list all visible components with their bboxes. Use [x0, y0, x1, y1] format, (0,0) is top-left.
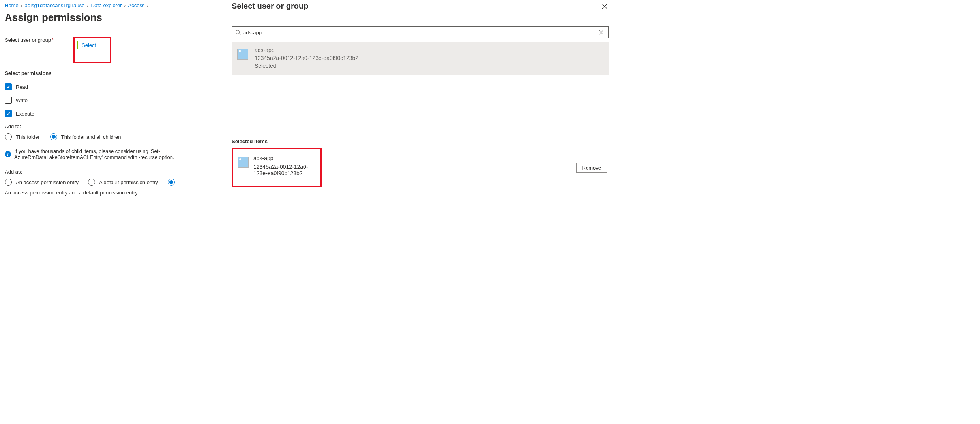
add-as-both-radio[interactable] — [168, 179, 175, 186]
select-user-link[interactable]: Select — [82, 42, 96, 48]
svg-point-2 — [236, 30, 240, 34]
add-to-this-folder-radio[interactable] — [5, 133, 12, 140]
add-as-label: Add as: — [5, 169, 222, 175]
add-to-children-radio[interactable] — [50, 133, 57, 140]
write-checkbox[interactable] — [5, 97, 12, 104]
select-user-panel: Select user or group ads-app 12345a2a-00… — [227, 0, 613, 265]
execute-checkbox[interactable] — [5, 110, 12, 117]
more-actions-button[interactable]: ··· — [108, 14, 113, 20]
selected-name: ads-app — [253, 155, 315, 161]
breadcrumb-home[interactable]: Home — [5, 2, 19, 8]
app-icon — [237, 49, 248, 60]
result-guid: 12345a2a-0012-12a0-123e-ea0f90c123b2 — [255, 55, 358, 61]
breadcrumb-dataexplorer[interactable]: Data explorer — [91, 2, 122, 8]
search-icon — [235, 30, 241, 35]
search-input[interactable] — [243, 30, 600, 35]
add-as-access-radio[interactable] — [5, 179, 12, 186]
result-name: ads-app — [255, 47, 358, 53]
result-status: Selected — [255, 63, 358, 69]
close-icon[interactable] — [601, 2, 609, 10]
selected-guid: 12345a2a-0012-12a0-123e-ea0f90c123b2 — [253, 164, 315, 176]
search-row — [232, 26, 609, 38]
add-to-this-folder-label: This folder — [16, 134, 40, 140]
permissions-header: Select permissions — [5, 70, 222, 76]
read-checkbox[interactable] — [5, 83, 12, 90]
select-user-label: Select user or group* — [5, 37, 73, 43]
app-icon — [238, 157, 249, 168]
add-to-label: Add to: — [5, 123, 222, 129]
select-user-highlight: Select — [73, 37, 111, 63]
info-text: If you have thousands of child items, pl… — [14, 148, 222, 160]
read-label: Read — [16, 84, 28, 90]
breadcrumb-resource[interactable]: adlsg1datascans1rg1ause — [25, 2, 85, 8]
add-as-default-label: A default permission entry — [99, 179, 158, 185]
breadcrumb-access[interactable]: Access — [128, 2, 145, 8]
svg-line-3 — [239, 34, 241, 35]
selected-items-header: Selected items — [232, 138, 609, 144]
add-to-radio-group: This folder This folder and all children — [5, 133, 222, 140]
execute-label: Execute — [16, 111, 34, 117]
add-as-radio-group: An access permission entry A default per… — [5, 179, 222, 196]
remove-button[interactable]: Remove — [576, 163, 607, 173]
selected-item-highlight: ads-app 12345a2a-0012-12a0-123e-ea0f90c1… — [232, 148, 322, 187]
add-as-access-label: An access permission entry — [16, 179, 79, 185]
write-label: Write — [16, 97, 28, 103]
panel-title: Select user or group — [232, 2, 309, 11]
add-to-children-label: This folder and all children — [61, 134, 121, 140]
search-result-item[interactable]: ads-app 12345a2a-0012-12a0-123e-ea0f90c1… — [232, 42, 609, 75]
info-icon: i — [5, 151, 11, 157]
page-title: Assign permissions — [5, 11, 102, 24]
breadcrumb: Home› adlsg1datascans1rg1ause› Data expl… — [5, 2, 222, 8]
add-as-default-radio[interactable] — [88, 179, 95, 186]
add-as-both-label: An access permission entry and a default… — [5, 190, 138, 196]
clear-search-icon[interactable] — [600, 30, 605, 35]
